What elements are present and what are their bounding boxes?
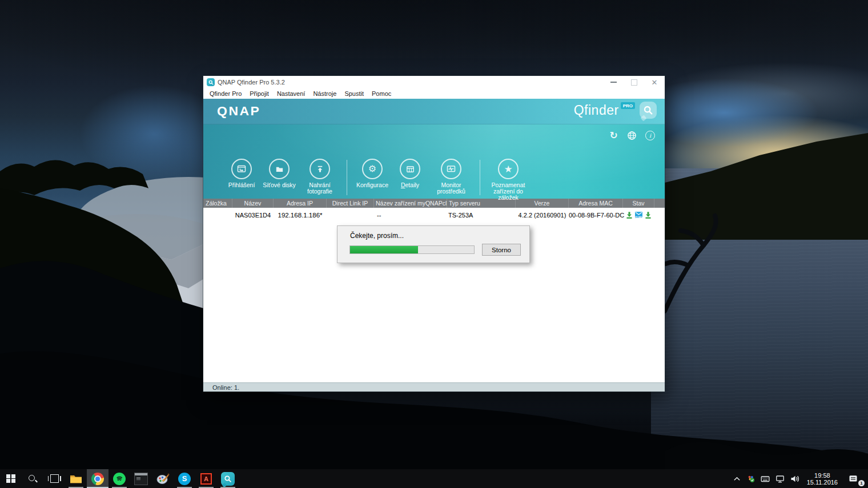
taskbar: S A (0, 469, 868, 488)
minimize-icon (610, 82, 617, 83)
spotify-icon (113, 473, 126, 485)
menu-bar: Qfinder Pro Připojit Nastavení Nástroje … (203, 88, 665, 99)
online-status: Online: 1. (212, 384, 239, 391)
minimize-button[interactable] (603, 76, 624, 88)
action-center-button[interactable]: 1 (842, 469, 865, 488)
login-button[interactable]: Přihlášení (223, 159, 260, 188)
terminal-icon (134, 473, 148, 485)
globe-icon[interactable] (626, 130, 637, 141)
qfinder-magnifier-icon (221, 472, 235, 486)
search-icon (29, 475, 37, 483)
column-direct-link-ip[interactable]: Direct Link IP (327, 199, 374, 208)
login-icon (231, 159, 252, 179)
qnap-logo: QNAP (217, 104, 260, 119)
file-explorer-button[interactable] (65, 469, 87, 488)
spotify-button[interactable] (108, 469, 130, 488)
close-button[interactable]: ✕ (644, 76, 665, 88)
tray-expand-button[interactable] (730, 469, 744, 488)
start-button[interactable] (0, 469, 22, 488)
tray-volume[interactable] (787, 469, 803, 488)
firmware-update-icon[interactable] (625, 211, 633, 219)
chrome-icon (91, 473, 104, 485)
maximize-icon (631, 79, 637, 86)
notification-badge: 1 (858, 480, 865, 486)
menu-nastaveni[interactable]: Nastavení (273, 90, 310, 97)
cell-nazev: NAS03E1D4 (232, 212, 274, 219)
qfinder-app-icon (207, 78, 215, 86)
maximize-button[interactable] (624, 76, 644, 88)
tray-clock[interactable]: 19:58 15.11.2016 (803, 472, 842, 486)
tray-network[interactable] (773, 469, 787, 488)
info-icon[interactable]: i (645, 130, 656, 141)
chevron-up-icon (733, 475, 741, 482)
gear-icon: ⚙ (362, 159, 383, 179)
progress-fill (350, 246, 418, 253)
resource-monitor-button[interactable]: Monitor prostředků (428, 159, 475, 195)
resource-monitor-icon (441, 159, 461, 179)
tray-input-language[interactable] (758, 469, 773, 488)
windows-logo-icon (6, 474, 15, 483)
network-drives-button[interactable]: Síťové disky (260, 159, 298, 188)
bookmark-device-button[interactable]: ★ Poznamenat zařízení do záložek (485, 159, 531, 201)
keyboard-tray-icon (761, 474, 770, 483)
toolbar-area: ↻ i Přihlášení Síťové disky (203, 124, 665, 199)
refresh-icon[interactable]: ↻ (608, 130, 619, 141)
progress-message: Čekejte, prosím... (350, 232, 404, 240)
status-bar: Online: 1. (203, 382, 665, 392)
photo-upload-icon (310, 159, 330, 179)
column-nazev[interactable]: Název (232, 199, 274, 208)
firmware-update-icon[interactable] (644, 211, 652, 219)
folder-icon (70, 474, 82, 484)
cell-myqnapcloud: -- (374, 212, 447, 219)
pro-badge: PRO (621, 102, 635, 109)
tray-sync-status[interactable] (744, 469, 758, 488)
task-view-icon (50, 474, 59, 483)
configuration-button[interactable]: ⚙ Konfigurace (352, 159, 392, 188)
cancel-button[interactable]: Storno (482, 244, 521, 256)
network-drives-folder-icon (269, 159, 290, 179)
window-title: QNAP Qfinder Pro 5.3.2 (218, 79, 285, 86)
menu-pomoc[interactable]: Pomoc (368, 90, 395, 97)
adobe-reader-icon: A (200, 473, 212, 485)
column-myqnapcloud[interactable]: Název zařízení myQNAPcl... (374, 199, 447, 208)
adobe-reader-button[interactable]: A (195, 469, 217, 488)
menu-pripojit[interactable]: Připojit (246, 90, 273, 97)
sync-check-tray-icon (746, 474, 755, 483)
qfinder-taskbar-button[interactable] (217, 469, 239, 488)
action-center-icon (849, 474, 858, 483)
paint-button[interactable] (152, 469, 174, 488)
column-stav[interactable]: Stav (623, 199, 654, 208)
taskbar-search-button[interactable] (22, 469, 43, 488)
device-row[interactable]: NAS03E1D4 192.168.1.186* -- TS-253A 4.2.… (203, 208, 665, 223)
title-bar[interactable]: QNAP Qfinder Pro 5.3.2 ✕ (203, 76, 665, 88)
skype-icon: S (178, 473, 191, 485)
task-view-button[interactable] (43, 469, 65, 488)
photo-upload-button[interactable]: Nahrání fotografie (298, 159, 341, 195)
toolbar-separator (480, 160, 480, 195)
column-adresa-ip[interactable]: Adresa IP (274, 199, 327, 208)
bookmark-star-icon: ★ (498, 159, 519, 179)
menu-qfinder-pro[interactable]: Qfinder Pro (206, 90, 246, 97)
smtp-mail-icon[interactable]: SMTP (635, 212, 642, 219)
device-list: NAS03E1D4 192.168.1.186* -- TS-253A 4.2.… (203, 208, 665, 382)
details-button[interactable]: Detaily (392, 159, 428, 188)
desktop[interactable]: QNAP Qfinder Pro 5.3.2 ✕ Qfinder Pro Při… (0, 0, 868, 488)
cell-verze: 4.2.2 (20160901) (516, 212, 569, 219)
table-header: Záložka Název Adresa IP Direct Link IP N… (203, 199, 665, 208)
network-tray-icon (775, 474, 785, 483)
details-table-icon (400, 159, 420, 179)
close-icon: ✕ (652, 79, 658, 86)
cell-stav: SMTP (623, 208, 654, 223)
volume-tray-icon (790, 474, 800, 483)
menu-nastroje[interactable]: Nástroje (309, 90, 340, 97)
skype-button[interactable]: S (174, 469, 195, 488)
column-adresa-mac[interactable]: Adresa MAC (569, 199, 623, 208)
paint-palette-icon (156, 473, 170, 485)
column-spacer (654, 199, 665, 208)
column-zalozka[interactable]: Záložka (203, 199, 232, 208)
command-prompt-button[interactable] (130, 469, 152, 488)
chrome-button[interactable] (87, 469, 108, 488)
menu-spustit[interactable]: Spustit (340, 90, 368, 97)
product-name: Qfinder (574, 103, 619, 118)
brand-header: QNAP Qfinder PRO (203, 99, 665, 124)
